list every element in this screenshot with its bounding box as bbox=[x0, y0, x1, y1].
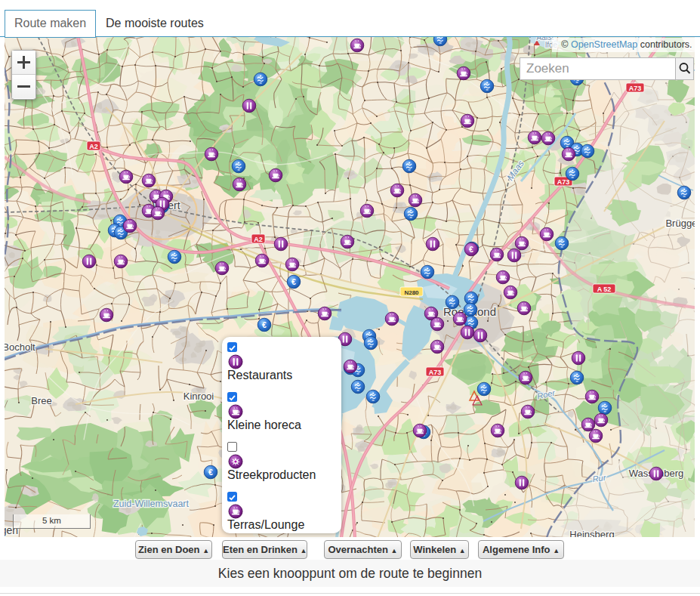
svg-text:A2: A2 bbox=[254, 236, 263, 243]
svg-text:A 52: A 52 bbox=[597, 286, 612, 293]
svg-text:Brüggen: Brüggen bbox=[665, 218, 695, 229]
svg-text:A73: A73 bbox=[557, 178, 570, 186]
svg-text:Bocholt: Bocholt bbox=[5, 341, 35, 353]
svg-text:A73: A73 bbox=[629, 85, 642, 92]
svg-text:Heinsberg: Heinsberg bbox=[569, 529, 614, 537]
svg-text:Zuid-Willemsvaart: Zuid-Willemsvaart bbox=[113, 499, 190, 509]
svg-text:A2: A2 bbox=[89, 143, 98, 150]
svg-text:A73: A73 bbox=[429, 369, 442, 376]
svg-text:Kinrooi: Kinrooi bbox=[183, 391, 214, 402]
svg-text:N280: N280 bbox=[404, 289, 419, 296]
svg-text:Bree: Bree bbox=[31, 395, 51, 406]
